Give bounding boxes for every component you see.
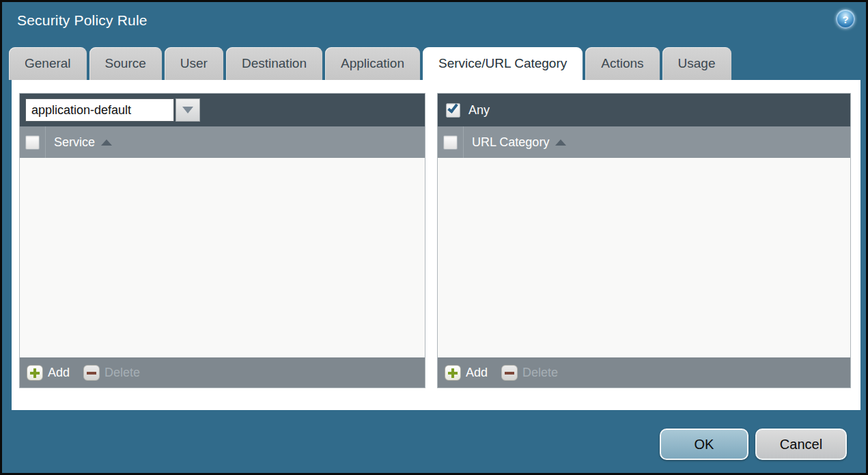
url-category-column-header[interactable]: URL Category: [472, 135, 549, 150]
tab-usage[interactable]: Usage: [662, 47, 731, 80]
url-category-add-label: Add: [466, 366, 488, 380]
help-icon[interactable]: ?: [836, 10, 855, 29]
minus-icon: [501, 365, 518, 381]
url-category-panel: Any URL Category Add Delete: [437, 93, 851, 388]
service-column-header[interactable]: Service: [54, 135, 95, 150]
security-policy-rule-dialog: Security Policy Rule ? General Source Us…: [0, 0, 868, 475]
service-add-label: Add: [48, 366, 70, 380]
url-category-footer-toolbar: Add Delete: [438, 357, 850, 388]
url-category-add-button[interactable]: Add: [445, 365, 501, 381]
minus-icon: [83, 365, 100, 381]
url-category-select-all-checkbox[interactable]: [443, 135, 458, 150]
url-category-column-header-row: URL Category: [438, 126, 850, 158]
service-type-input[interactable]: [25, 98, 174, 122]
url-category-list[interactable]: [438, 158, 850, 357]
any-checkbox[interactable]: [446, 103, 460, 118]
service-add-button[interactable]: Add: [27, 365, 83, 381]
service-delete-label: Delete: [104, 366, 140, 380]
url-category-panel-header: Any: [438, 94, 850, 126]
tab-service-url-category[interactable]: Service/URL Category: [423, 47, 583, 80]
tab-source[interactable]: Source: [89, 47, 162, 80]
ok-button[interactable]: OK: [660, 429, 748, 460]
tab-actions[interactable]: Actions: [585, 47, 659, 80]
plus-icon: [27, 365, 43, 381]
service-panel-header: [20, 94, 425, 126]
dialog-title: Security Policy Rule: [17, 12, 148, 29]
chevron-down-icon: [182, 107, 193, 113]
service-list[interactable]: [20, 158, 425, 357]
sort-ascending-icon[interactable]: [101, 139, 112, 146]
tab-bar: General Source User Destination Applicat…: [9, 47, 731, 80]
cancel-button[interactable]: Cancel: [755, 429, 847, 460]
checkmark-icon: [447, 102, 458, 113]
service-select-all-cell: [20, 126, 46, 158]
tab-content-area: Service Add Delete Any: [12, 80, 860, 410]
url-category-delete-label: Delete: [522, 366, 558, 380]
tab-application[interactable]: Application: [325, 47, 420, 80]
tab-general[interactable]: General: [9, 47, 87, 80]
url-category-delete-button[interactable]: Delete: [501, 365, 572, 381]
any-label: Any: [468, 103, 490, 118]
service-select-all-checkbox[interactable]: [25, 135, 40, 150]
tab-destination[interactable]: Destination: [226, 47, 322, 80]
service-delete-button[interactable]: Delete: [83, 365, 154, 381]
service-type-dropdown-button[interactable]: [176, 98, 200, 122]
tab-user[interactable]: User: [165, 47, 223, 80]
service-type-combobox: [25, 98, 200, 122]
url-category-select-all-cell: [438, 126, 464, 158]
plus-icon: [445, 365, 461, 381]
sort-ascending-icon[interactable]: [555, 139, 566, 146]
service-footer-toolbar: Add Delete: [20, 357, 425, 388]
service-panel: Service Add Delete: [19, 93, 425, 388]
service-column-header-row: Service: [20, 126, 425, 158]
help-icon-glyph: ?: [842, 14, 848, 25]
